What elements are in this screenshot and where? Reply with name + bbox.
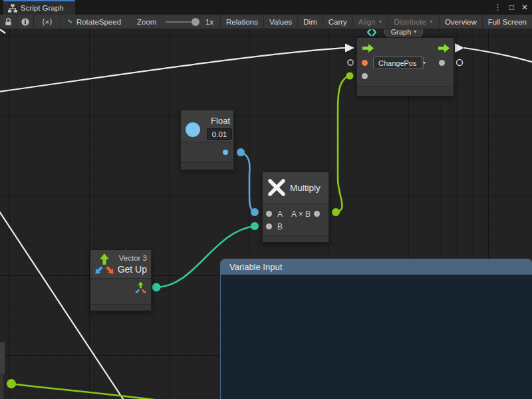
node-footer bbox=[263, 235, 329, 242]
wire-endpoint[interactable] bbox=[332, 208, 340, 216]
variable-input-header[interactable]: Variable Input bbox=[221, 259, 532, 275]
flow-output-arrow-icon[interactable] bbox=[438, 44, 450, 53]
info-icon bbox=[21, 18, 29, 26]
close-icon[interactable]: ✕ bbox=[521, 0, 528, 15]
offscreen-node-edge[interactable] bbox=[0, 374, 4, 399]
wire-endpoint[interactable] bbox=[152, 283, 161, 292]
variable-input-title: Variable Input bbox=[229, 262, 282, 272]
flow-input-arrow-icon[interactable] bbox=[362, 44, 374, 53]
port-output[interactable] bbox=[439, 60, 445, 66]
node-footer bbox=[90, 304, 151, 311]
multiply-node-header: Multiply bbox=[263, 172, 329, 203]
wire-endpoint[interactable] bbox=[7, 379, 16, 388]
script-graph-icon bbox=[68, 17, 72, 26]
toolbar-button-values[interactable]: Values bbox=[264, 15, 298, 29]
window-controls: ⋮ □ ✕ bbox=[494, 0, 528, 15]
zoom-slider[interactable] bbox=[166, 21, 196, 23]
port-variable-input[interactable] bbox=[362, 60, 368, 66]
toolbar-button-dim[interactable]: Dim bbox=[298, 15, 323, 29]
node-footer bbox=[357, 86, 454, 96]
port-vector3-output[interactable] bbox=[134, 281, 147, 295]
float-node-header: Float 0.01 bbox=[181, 110, 233, 142]
lock-icon bbox=[5, 18, 12, 26]
script-graph-window: Script Graph ⋮ □ ✕ ⟨×⟩ bbox=[0, 0, 532, 399]
graph-unit-node[interactable]: ChangePos ▼ bbox=[356, 37, 454, 96]
chevron-down-icon: ▼ bbox=[378, 19, 382, 24]
maximize-icon[interactable]: □ bbox=[509, 0, 514, 15]
node-type-label: Vector 3 bbox=[119, 254, 147, 262]
port-float-output[interactable] bbox=[223, 150, 228, 155]
toolbar-button-fullscreen[interactable]: Full Screen bbox=[483, 15, 532, 29]
code-view-button[interactable]: ⟨×⟩ bbox=[34, 15, 61, 29]
float-node[interactable]: Float 0.01 bbox=[180, 110, 234, 170]
chevron-down-icon: ▾ bbox=[414, 29, 416, 35]
info-button[interactable] bbox=[17, 15, 34, 29]
wire-endpoint[interactable] bbox=[251, 208, 259, 216]
wire-endpoint[interactable] bbox=[346, 72, 354, 80]
toolbar-button-distribute[interactable]: Distribute ▼ bbox=[388, 15, 440, 29]
lock-button[interactable] bbox=[0, 15, 17, 29]
tab-bar: Script Graph ⋮ □ ✕ bbox=[0, 0, 532, 15]
graph-toolbar: ⟨×⟩ RotateSpeed Zoom 1x Relations Values… bbox=[0, 15, 532, 29]
window-menu-icon[interactable]: ⋮ bbox=[494, 0, 502, 15]
graph-context-section: RotateSpeed Zoom 1x bbox=[61, 15, 221, 29]
tab-title: Script Graph bbox=[21, 4, 64, 12]
toolbar-button-carry[interactable]: Carry bbox=[323, 15, 353, 29]
port-input[interactable] bbox=[362, 73, 368, 79]
multiply-node[interactable]: Multiply A A × B B bbox=[262, 172, 329, 243]
vector3-node-header: Vector 3 Get Up bbox=[90, 250, 151, 278]
toolbar-button-overview[interactable]: Overview bbox=[440, 15, 483, 29]
port-input-a[interactable] bbox=[266, 211, 272, 217]
chevron-down-icon: ▼ bbox=[422, 57, 427, 68]
toolbar-button-align[interactable]: Align ▼ bbox=[353, 15, 389, 29]
zoom-slider-knob[interactable] bbox=[192, 18, 200, 26]
node-footer bbox=[181, 162, 233, 170]
wire-endpoint[interactable] bbox=[237, 148, 245, 156]
variable-input-group[interactable]: Variable Input bbox=[220, 259, 532, 399]
port-input-b[interactable] bbox=[266, 223, 272, 229]
offscreen-node-edge[interactable] bbox=[0, 342, 5, 374]
toolbar-button-relations[interactable]: Relations bbox=[221, 15, 264, 29]
float-type-icon bbox=[186, 122, 200, 137]
graph-hierarchy-icon bbox=[8, 4, 17, 13]
vector3-icon bbox=[94, 253, 115, 276]
zoom-level-value: 1x bbox=[205, 18, 213, 26]
vector3-getup-node[interactable]: Vector 3 Get Up bbox=[90, 249, 152, 311]
tab-script-graph[interactable]: Script Graph bbox=[3, 0, 75, 15]
node-title: Multiply bbox=[290, 183, 321, 193]
graph-name-label: RotateSpeed bbox=[76, 18, 121, 26]
port-output-axb[interactable] bbox=[314, 211, 320, 217]
node-title: Float bbox=[211, 116, 230, 126]
zoom-label: Zoom bbox=[137, 18, 156, 26]
node-title: Get Up bbox=[118, 264, 147, 275]
chevron-down-icon: ▼ bbox=[429, 19, 434, 24]
changepos-dropdown[interactable]: ChangePos ▼ bbox=[373, 57, 424, 69]
multiply-icon bbox=[267, 178, 286, 197]
float-value-field[interactable]: 0.01 bbox=[207, 128, 232, 140]
wire-endpoint[interactable] bbox=[251, 222, 259, 230]
